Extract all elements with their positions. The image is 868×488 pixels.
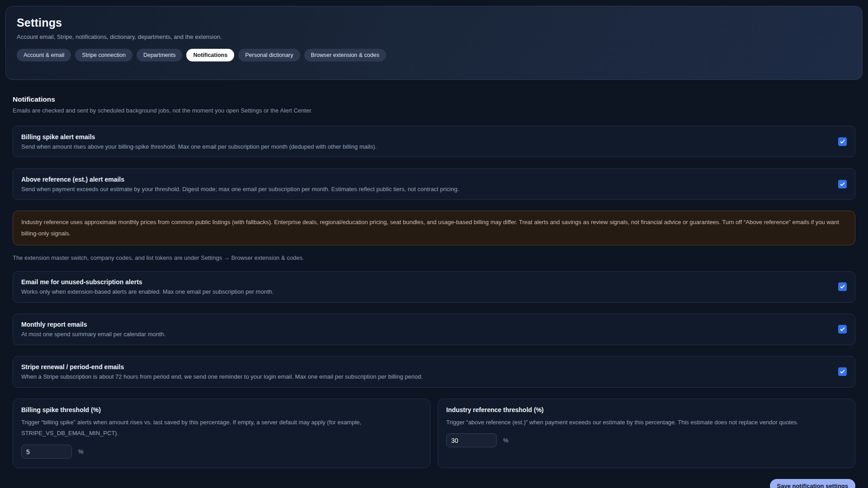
save-notification-settings-button[interactable]: Save notification settings: [770, 479, 855, 488]
toggle-text: Above reference (est.) alert emails Send…: [21, 176, 459, 192]
toggle-text: Stripe renewal / period-end emails When …: [21, 363, 423, 380]
tab-departments[interactable]: Departments: [137, 49, 183, 61]
checkmark-icon: [840, 181, 845, 187]
toggle-description: Works only when extension-based alerts a…: [21, 288, 274, 295]
stripe-renewal-emails-checkbox[interactable]: [838, 367, 847, 376]
toggle-text: Monthly report emails At most one spend …: [21, 321, 165, 338]
extension-settings-note: The extension master switch, company cod…: [13, 254, 855, 261]
notifications-panel: Notifications Emails are checked and sen…: [5, 95, 863, 488]
section-title: Notifications: [13, 95, 855, 103]
card-title: Industry reference threshold (%): [446, 406, 847, 413]
section-subtitle: Emails are checked and sent by scheduled…: [13, 107, 855, 114]
toggle-title: Monthly report emails: [21, 321, 165, 328]
checkmark-icon: [840, 326, 845, 332]
settings-tabs: Account & email Stripe connection Depart…: [17, 49, 851, 61]
monthly-report-emails-checkbox[interactable]: [838, 325, 847, 333]
toggle-row-unused-subscription-alerts: Email me for unused-subscription alerts …: [13, 271, 855, 303]
card-description: Trigger “billing spike” alerts when amou…: [21, 417, 419, 439]
billing-spike-alerts-checkbox[interactable]: [838, 137, 847, 146]
settings-header-card: Settings Account email, Stripe, notifica…: [5, 6, 863, 80]
checkmark-icon: [840, 139, 845, 145]
industry-reference-warning: Industry reference uses approximate mont…: [13, 211, 855, 245]
toggle-text: Billing spike alert emails Send when amo…: [21, 133, 377, 150]
toggle-title: Above reference (est.) alert emails: [21, 176, 459, 183]
card-description: Trigger “above reference (est.)” when pa…: [446, 417, 844, 428]
toggle-title: Billing spike alert emails: [21, 133, 377, 141]
checkmark-icon: [840, 284, 845, 290]
toggle-title: Email me for unused-subscription alerts: [21, 278, 274, 286]
toggle-title: Stripe renewal / period-end emails: [21, 363, 423, 371]
toggle-description: Send when payment exceeds our estimate b…: [21, 186, 459, 192]
toggle-row-above-reference-alerts: Above reference (est.) alert emails Send…: [13, 168, 855, 200]
save-row: Save notification settings: [13, 479, 855, 488]
toggle-text: Email me for unused-subscription alerts …: [21, 278, 274, 295]
tab-stripe-connection[interactable]: Stripe connection: [75, 49, 132, 61]
input-row: %: [21, 445, 422, 459]
page-title: Settings: [17, 16, 851, 29]
tab-browser-extension-codes[interactable]: Browser extension & codes: [304, 49, 386, 61]
card-title: Billing spike threshold (%): [21, 406, 422, 413]
threshold-cards: Billing spike threshold (%) Trigger “bil…: [13, 399, 855, 468]
input-row: %: [446, 433, 847, 447]
billing-spike-threshold-card: Billing spike threshold (%) Trigger “bil…: [13, 399, 430, 468]
tab-account-email[interactable]: Account & email: [17, 49, 71, 61]
percent-unit-label: %: [503, 437, 509, 444]
checkmark-icon: [840, 369, 845, 375]
above-reference-alerts-checkbox[interactable]: [838, 180, 847, 188]
toggle-row-stripe-renewal-emails: Stripe renewal / period-end emails When …: [13, 356, 855, 388]
unused-subscription-alerts-checkbox[interactable]: [838, 282, 847, 291]
page-subtitle: Account email, Stripe, notifications, di…: [17, 33, 851, 40]
tab-personal-dictionary[interactable]: Personal dictionary: [238, 49, 300, 61]
toggle-row-billing-spike-alerts: Billing spike alert emails Send when amo…: [13, 126, 855, 157]
industry-reference-threshold-input[interactable]: [446, 433, 497, 447]
toggle-description: At most one spend summary email per cale…: [21, 331, 165, 338]
toggle-description: Send when amount rises above your billin…: [21, 143, 377, 150]
toggle-row-monthly-report-emails: Monthly report emails At most one spend …: [13, 314, 855, 345]
percent-unit-label: %: [78, 448, 84, 455]
toggle-description: When a Stripe subscription is about 72 h…: [21, 373, 423, 380]
tab-notifications[interactable]: Notifications: [186, 49, 234, 61]
billing-spike-threshold-input[interactable]: [21, 445, 72, 459]
industry-reference-threshold-card: Industry reference threshold (%) Trigger…: [438, 399, 855, 468]
